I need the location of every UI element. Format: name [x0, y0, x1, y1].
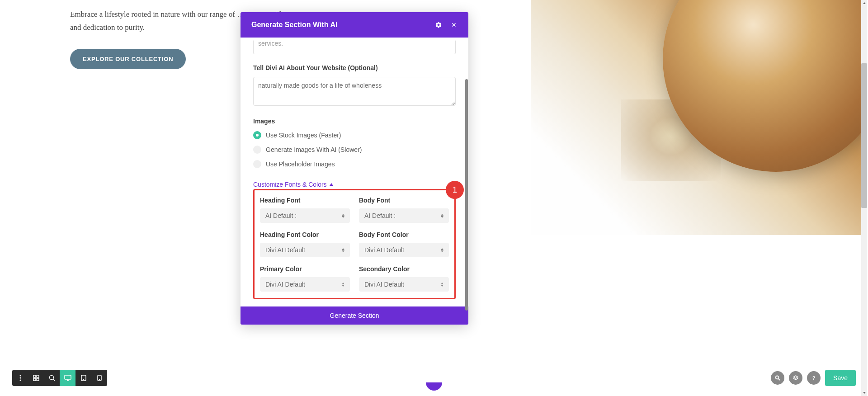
svg-point-4 — [19, 380, 21, 381]
radio-indicator — [253, 160, 261, 168]
website-about-textarea[interactable]: naturally made goods for a life of whole… — [253, 77, 456, 106]
radio-label: Use Stock Images (Faster) — [266, 132, 341, 139]
svg-line-19 — [778, 379, 780, 380]
layers-icon[interactable] — [789, 371, 802, 385]
select-value: Divi AI Default — [364, 246, 404, 254]
customize-panel: 1 Heading Font AI Default : Body Font AI… — [253, 189, 456, 299]
help-icon[interactable]: ? — [807, 371, 821, 385]
page-scrollbar[interactable] — [861, 0, 867, 396]
explore-collection-button[interactable]: EXPLORE OUR COLLECTION — [70, 49, 186, 69]
radio-indicator-active — [253, 131, 261, 139]
images-radio-group: Use Stock Images (Faster) Generate Image… — [253, 129, 456, 170]
wireframe-view-icon[interactable] — [28, 370, 44, 386]
select-arrows-icon — [342, 283, 344, 287]
primary-color-select[interactable]: Divi AI Default — [260, 277, 350, 292]
select-value: AI Default : — [364, 212, 396, 219]
svg-line-10 — [53, 379, 55, 381]
svg-rect-8 — [37, 378, 39, 381]
select-arrows-icon — [342, 248, 344, 252]
modal-title: Generate Section With AI — [251, 21, 337, 29]
radio-ai-images[interactable]: Generate Images With AI (Slower) — [253, 144, 456, 156]
menu-icon[interactable] — [12, 370, 28, 386]
images-section-label: Images — [253, 118, 456, 125]
hero-image — [531, 0, 862, 235]
svg-text:?: ? — [812, 376, 815, 381]
fab-collapsed[interactable] — [426, 382, 442, 391]
scroll-down-arrow-icon[interactable] — [861, 390, 867, 396]
radio-label: Use Placeholder Images — [266, 160, 335, 168]
primary-color-label: Primary Color — [260, 265, 350, 273]
svg-marker-20 — [793, 376, 798, 378]
radio-placeholder-images[interactable]: Use Placeholder Images — [253, 158, 456, 170]
zoom-icon[interactable] — [44, 370, 60, 386]
customize-fonts-colors-toggle[interactable]: Customize Fonts & Colors — [253, 181, 333, 188]
generate-section-modal: Generate Section With AI services. Tell … — [241, 12, 468, 325]
modal-header: Generate Section With AI — [241, 12, 468, 38]
search-icon[interactable] — [771, 371, 784, 385]
svg-point-17 — [99, 380, 99, 380]
svg-point-3 — [19, 377, 21, 379]
select-arrows-icon — [441, 283, 443, 287]
website-about-label: Tell Divi AI About Your Website (Optiona… — [253, 64, 456, 71]
chevron-up-icon — [330, 183, 333, 186]
heading-font-color-label: Heading Font Color — [260, 231, 350, 238]
svg-rect-6 — [37, 375, 39, 377]
svg-rect-5 — [33, 375, 36, 377]
select-arrows-icon — [441, 248, 443, 252]
mobile-view-icon[interactable] — [91, 370, 107, 386]
action-toolbar: ? Save — [771, 370, 856, 386]
save-button[interactable]: Save — [825, 370, 856, 386]
secondary-color-select[interactable]: Divi AI Default — [359, 277, 449, 292]
heading-font-color-select[interactable]: Divi AI Default — [260, 243, 350, 257]
select-value: Divi AI Default — [265, 246, 305, 254]
svg-point-9 — [49, 376, 53, 380]
radio-indicator — [253, 146, 261, 154]
svg-rect-11 — [65, 375, 71, 379]
select-arrows-icon — [441, 214, 443, 218]
body-font-select[interactable]: AI Default : — [359, 208, 449, 223]
heading-font-select[interactable]: AI Default : — [260, 208, 350, 223]
annotation-badge: 1 — [446, 181, 464, 199]
svg-rect-7 — [33, 378, 36, 381]
select-value: Divi AI Default — [364, 281, 404, 288]
close-icon[interactable] — [448, 19, 459, 30]
generate-section-button[interactable]: Generate Section — [241, 306, 468, 325]
svg-point-15 — [83, 380, 84, 380]
select-value: AI Default : — [265, 212, 297, 219]
select-arrows-icon — [342, 214, 344, 218]
radio-stock-images[interactable]: Use Stock Images (Faster) — [253, 129, 456, 141]
page-canvas: Embrace a lifestyle rooted in nature wit… — [0, 0, 868, 396]
customize-link-text: Customize Fonts & Colors — [253, 181, 327, 188]
radio-label: Generate Images With AI (Slower) — [266, 146, 362, 153]
body-font-label: Body Font — [359, 197, 449, 204]
modal-footer: Generate Section — [241, 306, 468, 325]
secondary-color-label: Secondary Color — [359, 265, 449, 273]
svg-point-18 — [776, 376, 779, 379]
desktop-view-icon[interactable] — [60, 370, 75, 386]
viewport-toolbar — [12, 370, 107, 386]
body-font-color-select[interactable]: Divi AI Default — [359, 243, 449, 257]
heading-font-label: Heading Font — [260, 197, 350, 204]
scrollbar-thumb[interactable] — [861, 63, 867, 208]
modal-body: services. Tell Divi AI About Your Websit… — [241, 38, 468, 306]
select-value: Divi AI Default — [265, 281, 305, 288]
svg-point-2 — [19, 375, 21, 377]
settings-icon[interactable] — [433, 19, 444, 30]
body-font-color-label: Body Font Color — [359, 231, 449, 238]
scroll-up-arrow-icon[interactable] — [861, 0, 867, 6]
tablet-view-icon[interactable] — [75, 370, 91, 386]
modal-scrollbar[interactable] — [465, 79, 468, 311]
section-description-textarea[interactable]: services. — [253, 40, 456, 54]
